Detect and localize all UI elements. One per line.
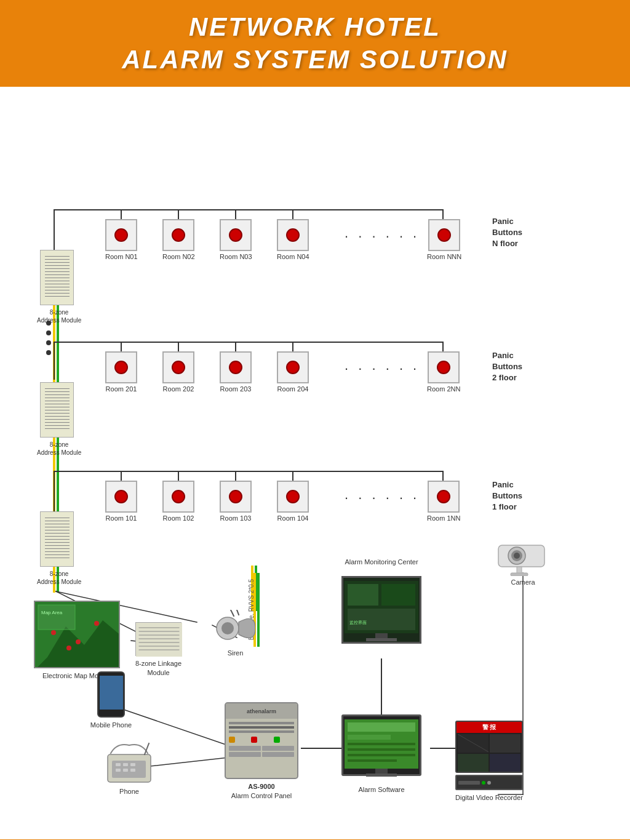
panic-button-103 xyxy=(220,481,252,513)
dots-2-floor: · · · · · · xyxy=(345,361,420,377)
room-n02-label: Room N02 xyxy=(162,253,195,260)
dots-1-floor: · · · · · · xyxy=(345,490,420,506)
panic-button-201 xyxy=(105,351,137,383)
svg-point-40 xyxy=(51,630,56,635)
panic-label-n: PanicButtonsN floor xyxy=(492,216,522,250)
svg-rect-87 xyxy=(490,734,520,753)
panic-button-104 xyxy=(277,481,309,513)
room-103-label: Room 103 xyxy=(220,514,252,522)
room-n03-label: Room N03 xyxy=(220,253,252,260)
panic-button-n04 xyxy=(277,219,309,251)
room-1nn-label: Room 1NN xyxy=(427,514,460,522)
vert-dots-n2 xyxy=(46,321,51,355)
svg-rect-89 xyxy=(490,754,520,772)
mobile-icon xyxy=(97,671,125,718)
panic-button-2nn xyxy=(428,351,460,383)
room-n04: Room N04 xyxy=(277,219,309,260)
svg-rect-76 xyxy=(348,748,415,751)
room-2nn-label: Room 2NN xyxy=(427,385,460,393)
room-201-label: Room 201 xyxy=(106,385,137,393)
siren-label: Siren xyxy=(218,649,252,658)
room-204: Room 204 xyxy=(277,351,309,393)
svg-rect-70 xyxy=(348,609,415,630)
panic-button-1nn xyxy=(428,481,460,513)
svg-rect-60 xyxy=(116,763,121,766)
addr-module-n-label: 8-zoneAddress Module xyxy=(37,308,81,324)
svg-rect-73 xyxy=(348,722,415,732)
room-n01-label: Room N01 xyxy=(105,253,138,260)
alarm-software-monitor xyxy=(341,714,421,776)
room-102: Room 102 xyxy=(162,481,194,522)
svg-rect-78 xyxy=(348,759,397,762)
linkage-module-img xyxy=(135,622,181,656)
panic-button-203 xyxy=(220,351,252,383)
phone-label: Phone xyxy=(105,787,154,796)
addr-module-2-label: 8-zoneAddress Module xyxy=(37,441,81,457)
camera-icon xyxy=(492,536,554,576)
room-201: Room 201 xyxy=(105,351,137,393)
panic-button-n01 xyxy=(105,219,137,251)
svg-line-57 xyxy=(237,610,239,615)
siren: Siren xyxy=(215,610,255,649)
panic-button-102 xyxy=(162,481,194,513)
alarm-center-monitor: 监控界面 xyxy=(341,576,421,644)
svg-point-42 xyxy=(94,621,99,626)
alarm-software-screen xyxy=(345,719,418,769)
svg-rect-61 xyxy=(123,763,128,766)
svg-rect-65 xyxy=(130,769,135,772)
room-nnn: Room NNN xyxy=(427,219,461,260)
addr-module-1-label: 8-zoneAddress Module xyxy=(37,570,81,586)
room-203-label: Room 203 xyxy=(220,385,252,393)
svg-point-82 xyxy=(514,553,520,559)
room-101-label: Room 101 xyxy=(106,514,137,522)
panic-button-204 xyxy=(277,351,309,383)
room-n03: Room N03 xyxy=(220,219,252,260)
phone: Phone xyxy=(105,742,154,788)
svg-rect-77 xyxy=(348,754,415,756)
phone-icon xyxy=(105,742,154,785)
siren-icon xyxy=(215,610,255,647)
alarm-center-screen: 监控界面 xyxy=(345,581,418,633)
camera: Camera xyxy=(492,536,554,578)
svg-rect-84 xyxy=(511,573,528,576)
svg-rect-68 xyxy=(348,584,378,606)
panic-button-n03 xyxy=(220,219,252,251)
room-104-label: Room 104 xyxy=(277,514,309,522)
panic-button-n02 xyxy=(162,219,194,251)
alarm-center-label: Alarm Monitoring Center xyxy=(341,558,421,567)
room-2nn: Room 2NN xyxy=(427,351,460,393)
room-101: Room 101 xyxy=(105,481,137,522)
control-panel-label: Alarm Control Panel xyxy=(225,791,298,801)
svg-point-55 xyxy=(221,622,234,634)
page-header: NETWORK HOTEL ALARM SYSTEM SOLUTION xyxy=(0,0,630,87)
svg-point-41 xyxy=(76,639,81,644)
panic-button-202 xyxy=(162,351,194,383)
svg-line-56 xyxy=(231,610,234,616)
svg-rect-64 xyxy=(123,769,128,772)
electronic-map-img: Map Area xyxy=(34,601,120,668)
svg-text:Map Area: Map Area xyxy=(41,610,63,615)
panic-label-2: PanicButtons2 floor xyxy=(492,350,522,384)
svg-rect-62 xyxy=(130,763,135,766)
svg-rect-69 xyxy=(381,584,415,606)
camera-label: Camera xyxy=(492,578,554,587)
mobile-label: Mobile Phone xyxy=(85,721,137,730)
svg-rect-63 xyxy=(116,769,121,772)
room-104: Room 104 xyxy=(277,481,309,522)
room-202: Room 202 xyxy=(162,351,194,393)
room-n01: Room N01 xyxy=(105,219,138,260)
svg-rect-88 xyxy=(458,754,488,772)
room-102-label: Room 102 xyxy=(163,514,194,522)
room-1nn: Room 1NN xyxy=(427,481,460,522)
panic-button-nnn xyxy=(428,219,460,251)
linkage-module-label: 8-zone Linkage Module xyxy=(129,659,188,678)
svg-point-43 xyxy=(66,646,71,650)
svg-rect-44 xyxy=(38,605,75,630)
room-n02: Room N02 xyxy=(162,219,195,260)
room-n04-label: Room N04 xyxy=(277,253,309,260)
panic-button-101 xyxy=(105,481,137,513)
svg-rect-74 xyxy=(348,735,391,740)
room-nnn-label: Room NNN xyxy=(427,253,461,260)
room-204-label: Room 204 xyxy=(277,385,309,393)
alarm-software-label: Alarm Software xyxy=(341,785,421,794)
